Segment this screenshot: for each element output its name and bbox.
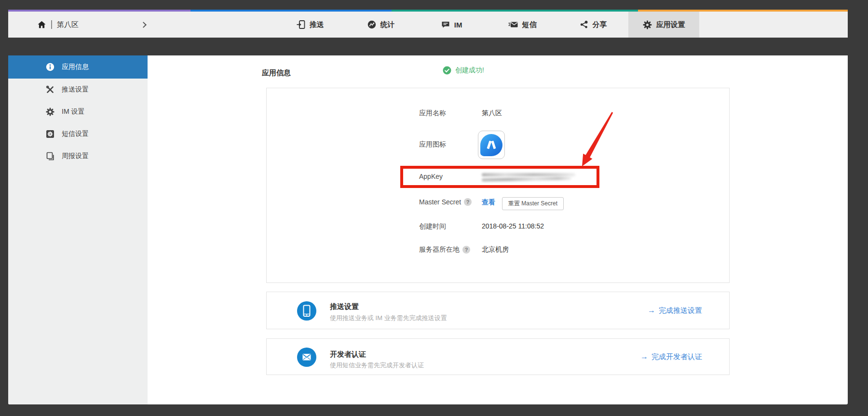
sidebar-item-sms-settings[interactable]: 短信设置 [8,123,148,145]
push-setup-card: 推送设置 使用推送业务或 IM 业务需先完成推送设置 → 完成推送设置 [266,292,730,329]
server-location-value: 北京机房 [482,245,509,254]
complete-developer-verification-link[interactable]: → 完成开发者认证 [640,339,702,375]
sidebar-item-label: 短信设置 [62,130,89,138]
tab-label: 推送 [310,20,324,29]
app-info-card: 应用名称 第八区 应用图标 AppKey [266,88,730,283]
developer-verification-card: 开发者认证 使用短信业务需先完成开发者认证 → 完成开发者认证 [266,338,730,375]
master-secret-actions: 查看 [482,198,495,207]
tab-label: 统计 [380,20,395,29]
tab-push[interactable]: 推送 [275,12,346,38]
report-stack-icon [46,152,54,161]
redaction-smudge [482,173,575,176]
breadcrumb-divider [51,20,52,29]
link-label: 完成推送设置 [659,306,702,315]
chevron-right-icon[interactable] [140,22,147,28]
app-icon-label: 应用图标 [419,140,446,149]
stats-icon [367,20,376,29]
logo-glyph-bar [491,140,496,149]
phone-circle-icon [297,301,316,322]
gear-icon [643,20,652,29]
tab-label: 应用设置 [656,20,685,29]
link-label: 完成开发者认证 [651,352,702,362]
tab-stats[interactable]: 统计 [346,12,417,38]
mail-circle-icon [297,348,316,369]
nav-tabs: 推送 统计 IM 短信 [275,12,699,38]
settings-sidebar: 应用信息 推送设置 IM 设置 短信设置 [8,55,148,404]
complete-push-setup-link[interactable]: → 完成推送设置 [648,292,702,329]
gear-icon [46,107,54,116]
sidebar-item-im-settings[interactable]: IM 设置 [8,101,148,123]
card-description: 使用推送业务或 IM 业务需先完成推送设置 [330,314,447,322]
redaction-smudge [482,176,571,182]
chat-bubble-icon [441,20,450,29]
tab-label: IM [454,21,462,29]
created-time-label: 创建时间 [419,222,446,231]
sidebar-item-app-info[interactable]: 应用信息 [8,55,148,79]
app-icon [478,131,505,159]
page-title: 应用信息 [262,68,291,78]
arrow-right-icon: → [640,352,648,361]
creation-success-badge: 创建成功! [443,66,484,75]
card-title: 推送设置 [330,302,359,311]
tab-share[interactable]: 分享 [558,12,629,38]
sms-envelope-icon [508,20,518,29]
app-console-page: 第八区 推送 统计 [0,0,868,416]
breadcrumb: 第八区 [37,12,146,38]
tab-label: 分享 [593,20,607,29]
success-message: 创建成功! [455,66,484,75]
home-icon[interactable] [37,20,46,29]
main-panel: 应用信息 创建成功! 应用名称 第八区 应用图标 [148,55,848,404]
share-icon [580,20,588,29]
app-logo-drop [480,134,502,156]
check-circle-icon [443,66,451,75]
tab-label: 短信 [522,20,537,29]
appkey-value-redacted [482,173,575,183]
app-name-value: 第八区 [482,109,502,118]
created-time-value: 2018-08-25 11:08:52 [482,222,544,230]
master-secret-label: Master Secret ? [419,198,472,206]
sidebar-item-label: 推送设置 [62,85,89,94]
sidebar-item-weekly-report-settings[interactable]: 周报设置 [8,145,148,167]
tab-sms[interactable]: 短信 [487,12,558,38]
info-icon [46,63,54,71]
reset-master-secret-button[interactable]: 重置 Master Secret [502,197,564,210]
help-question-icon[interactable]: ? [464,198,472,206]
sidebar-item-label: 周报设置 [62,152,89,161]
server-location-label: 服务器所在地 ? [419,245,470,254]
content-frame: 应用信息 推送设置 IM 设置 短信设置 [8,55,848,404]
breadcrumb-app-name[interactable]: 第八区 [57,20,79,29]
sms-gear-icon [46,130,54,138]
help-question-icon[interactable]: ? [462,246,470,254]
card-title: 开发者认证 [330,350,366,359]
tab-im[interactable]: IM [416,12,487,38]
app-name-label: 应用名称 [419,109,446,118]
view-master-secret-link[interactable]: 查看 [482,198,495,207]
arrow-right-icon: → [648,306,655,315]
card-description: 使用短信业务需先完成开发者认证 [330,361,424,370]
push-icon [297,20,305,29]
top-navigation-bar: 第八区 推送 统计 [8,10,848,38]
sidebar-item-label: 应用信息 [62,63,89,71]
sidebar-item-label: IM 设置 [62,107,84,116]
tools-icon [46,85,54,94]
sidebar-item-push-settings[interactable]: 推送设置 [8,79,148,101]
tab-app-settings[interactable]: 应用设置 [628,12,699,38]
appkey-label: AppKey [419,173,443,180]
